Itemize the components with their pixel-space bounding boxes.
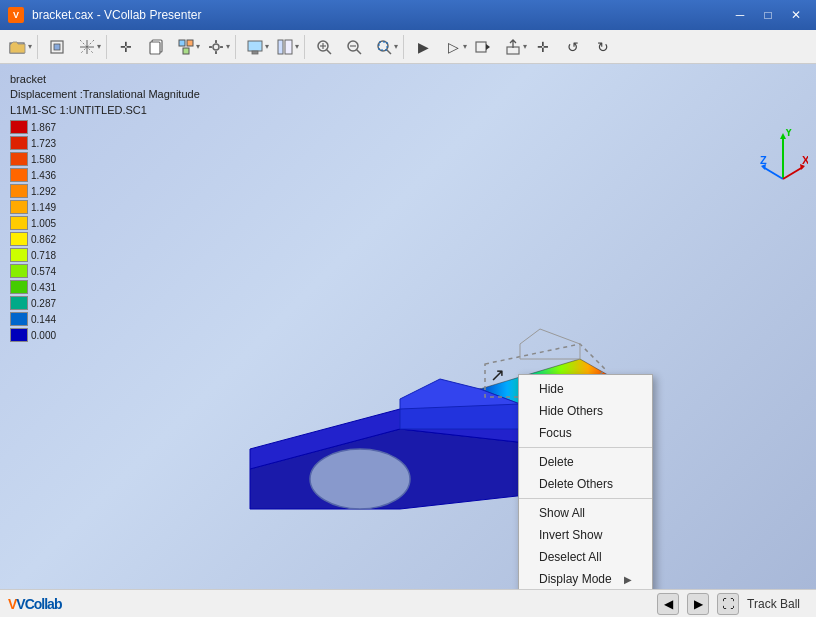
svg-text:Y: Y	[785, 129, 793, 138]
fit-button[interactable]	[43, 33, 71, 61]
context-menu-item-focus[interactable]: Focus	[519, 422, 652, 444]
legend-color-swatch	[10, 264, 28, 278]
menu-item-label: Delete	[539, 455, 574, 469]
display1-dropdown-arrow[interactable]: ▾	[265, 42, 269, 51]
merge-dropdown-arrow[interactable]: ▾	[196, 42, 200, 51]
menu-item-label: Deselect All	[539, 550, 602, 564]
svg-point-45	[310, 449, 410, 509]
legend-row: 1.149	[10, 199, 56, 215]
svg-rect-13	[215, 40, 217, 43]
rotate-button[interactable]: ↺	[559, 33, 587, 61]
explode-button[interactable]: ✛	[112, 33, 140, 61]
legend-color-swatch	[10, 248, 28, 262]
sep1	[37, 35, 38, 59]
grid-dropdown-arrow[interactable]: ▾	[97, 42, 101, 51]
svg-rect-15	[209, 46, 212, 48]
svg-rect-11	[183, 48, 189, 54]
svg-rect-9	[179, 40, 185, 46]
context-menu-item-deselect-all[interactable]: Deselect All	[519, 546, 652, 568]
legend-color-swatch	[10, 184, 28, 198]
anim-dropdown-arrow[interactable]: ▾	[463, 42, 467, 51]
svg-rect-14	[215, 51, 217, 54]
move-button[interactable]: ✛	[529, 33, 557, 61]
legend-value: 0.574	[31, 266, 56, 277]
svg-point-12	[213, 44, 219, 50]
color-legend: 1.8671.7231.5801.4361.2921.1491.0050.862…	[10, 119, 56, 343]
context-menu-item-delete[interactable]: Delete	[519, 451, 652, 473]
displacement-label: Displacement :Translational Magnitude	[10, 87, 200, 102]
refresh-button[interactable]: ↻	[589, 33, 617, 61]
nav-fullscreen-button[interactable]: ⛶	[717, 593, 739, 615]
zoom-sel-dropdown-arrow[interactable]: ▾	[394, 42, 398, 51]
close-button[interactable]: ✕	[784, 5, 808, 25]
svg-line-40	[783, 167, 803, 179]
svg-rect-16	[220, 46, 223, 48]
legend-value: 1.292	[31, 186, 56, 197]
sep4	[304, 35, 305, 59]
minimize-button[interactable]: ─	[728, 5, 752, 25]
window-title: bracket.cax - VCollab Presenter	[32, 8, 201, 22]
context-menu-item-hide-others[interactable]: Hide Others	[519, 400, 652, 422]
svg-rect-2	[54, 44, 60, 50]
legend-value: 1.723	[31, 138, 56, 149]
legend-value: 1.005	[31, 218, 56, 229]
status-left: VVCollab	[8, 596, 61, 612]
record-button[interactable]	[469, 33, 497, 61]
menu-item-label: Show All	[539, 506, 585, 520]
legend-row: 0.718	[10, 247, 56, 263]
svg-rect-19	[278, 40, 283, 54]
legend-value: 1.580	[31, 154, 56, 165]
zoom-in-button[interactable]	[310, 33, 338, 61]
svg-line-26	[357, 49, 362, 54]
menu-separator	[519, 498, 652, 499]
maximize-button[interactable]: □	[756, 5, 780, 25]
copy-button[interactable]	[142, 33, 170, 61]
legend-row: 0.000	[10, 327, 56, 343]
title-bar: V bracket.cax - VCollab Presenter ─ □ ✕	[0, 0, 816, 30]
menu-item-label: Delete Others	[539, 477, 613, 491]
svg-rect-8	[150, 42, 160, 54]
nav-prev-button[interactable]: ◀	[657, 593, 679, 615]
legend-value: 0.862	[31, 234, 56, 245]
context-menu-item-show-all[interactable]: Show All	[519, 502, 652, 524]
legend-color-swatch	[10, 312, 28, 326]
context-menu-item-delete-others[interactable]: Delete Others	[519, 473, 652, 495]
svg-rect-17	[248, 41, 262, 51]
display2-dropdown-arrow[interactable]: ▾	[295, 42, 299, 51]
context-menu-item-hide[interactable]: Hide	[519, 378, 652, 400]
legend-value: 0.287	[31, 298, 56, 309]
svg-line-22	[327, 49, 332, 54]
svg-marker-50	[520, 329, 580, 359]
legend-color-swatch	[10, 328, 28, 342]
menu-item-label: Invert Show	[539, 528, 602, 542]
menu-item-label: Hide	[539, 382, 564, 396]
legend-color-swatch	[10, 280, 28, 294]
svg-rect-18	[252, 51, 258, 54]
viewport[interactable]: bracket Displacement :Translational Magn…	[0, 64, 816, 589]
toolbar: ▾ ▾ ✛ ▾ ▾ ▾ ▾	[0, 30, 816, 64]
context-menu-item-display-mode[interactable]: Display Mode▶	[519, 568, 652, 589]
main-area: bracket Displacement :Translational Magn…	[0, 64, 816, 589]
legend-color-swatch	[10, 152, 28, 166]
app-icon: V	[8, 7, 24, 23]
model-name: bracket	[10, 72, 200, 87]
nav-next-button[interactable]: ▶	[687, 593, 709, 615]
legend-row: 1.436	[10, 167, 56, 183]
svg-rect-31	[476, 42, 486, 52]
svg-line-29	[387, 49, 392, 54]
legend-row: 0.431	[10, 279, 56, 295]
open-dropdown-arrow[interactable]: ▾	[28, 42, 32, 51]
export-dropdown-arrow[interactable]: ▾	[523, 42, 527, 51]
svg-line-37	[763, 167, 783, 179]
context-menu-item-invert-show[interactable]: Invert Show	[519, 524, 652, 546]
legend-value: 0.144	[31, 314, 56, 325]
legend-value: 1.436	[31, 170, 56, 181]
legend-color-swatch	[10, 296, 28, 310]
play-button[interactable]: ▶	[409, 33, 437, 61]
zoom-fit-button[interactable]	[340, 33, 368, 61]
legend-value: 0.431	[31, 282, 56, 293]
settings-dropdown-arrow[interactable]: ▾	[226, 42, 230, 51]
menu-item-label: Hide Others	[539, 404, 603, 418]
legend-value: 1.149	[31, 202, 56, 213]
legend-row: 0.144	[10, 311, 56, 327]
